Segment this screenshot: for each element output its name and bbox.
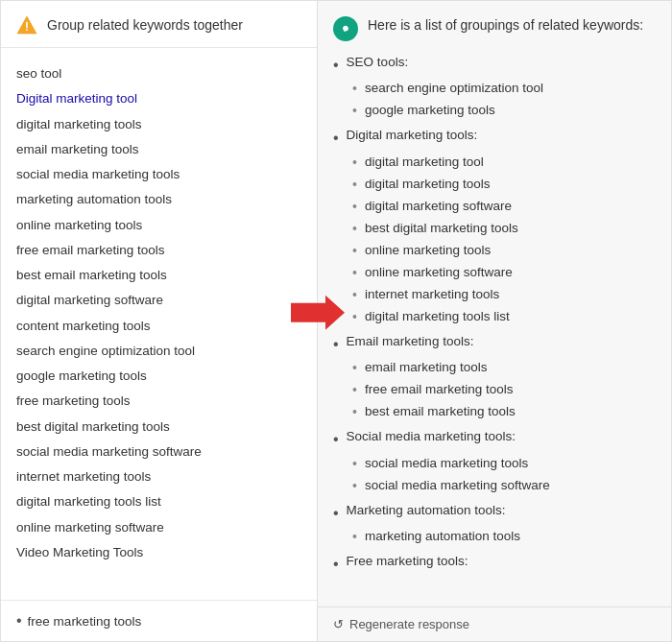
keyword-item: free marketing tools [16,389,301,414]
left-keywords-list: seo toolDigital marketing tooldigital ma… [1,48,317,600]
sub-keyword-item: online marketing software [352,262,656,284]
svg-text:!: ! [25,20,29,34]
sub-items-list: marketing automation tools [333,526,656,548]
right-content: SEO tools:search engine optimization too… [318,51,671,606]
keyword-item: google marketing tools [16,364,301,389]
regenerate-button[interactable]: Regenerate response [349,617,469,631]
right-panel: Here is a list of groupings of related k… [318,1,671,641]
group-label: Marketing automation tools: [333,503,656,524]
keyword-group: Marketing automation tools:marketing aut… [333,503,656,548]
keyword-item: free email marketing tools [16,238,301,263]
keyword-item: Video Marketing Tools [16,540,301,565]
footer-keyword-item: free marketing tools [16,610,301,631]
sub-keyword-item: search engine optimization tool [352,78,656,100]
keyword-item: best email marketing tools [16,263,301,288]
left-footer: free marketing tools [1,600,317,641]
sub-keyword-item: free email marketing tools [352,379,656,401]
sub-items-list: search engine optimization toolgoogle ma… [333,78,656,122]
keyword-group: SEO tools:search engine optimization too… [333,55,656,122]
sub-items-list: social media marketing toolssocial media… [333,453,656,497]
sub-keyword-item: marketing automation tools [352,526,656,548]
sub-keyword-item: google marketing tools [352,100,656,122]
keyword-item: marketing automation tools [16,187,301,212]
svg-marker-2 [291,295,345,329]
keyword-item: digital marketing tools list [16,489,301,514]
keyword-item: content marketing tools [16,314,301,339]
keyword-item: search engine optimization tool [16,339,301,364]
right-arrow [291,295,345,332]
left-header: ! Group related keywords together [1,1,317,48]
group-label: SEO tools: [333,55,656,76]
sub-keyword-item: internet marketing tools [352,284,656,306]
sub-keyword-item: digital marketing tools list [352,306,656,328]
keyword-group: Social media marketing tools:social medi… [333,429,656,496]
warning-icon: ! [16,14,37,36]
keyword-item: online marketing software [16,515,301,540]
keyword-group: Email marketing tools:email marketing to… [333,334,656,423]
sub-items-list: digital marketing tooldigital marketing … [333,152,656,328]
sub-keyword-item: email marketing tools [352,357,656,379]
group-label: Social media marketing tools: [333,429,656,450]
chatgpt-icon [333,16,358,41]
sub-keyword-item: best email marketing tools [352,401,656,423]
sub-keyword-item: social media marketing tools [352,453,656,475]
keyword-item[interactable]: Digital marketing tool [16,86,301,111]
sub-keyword-item: digital marketing software [352,196,656,218]
sub-keyword-item: digital marketing tools [352,174,656,196]
keyword-item: best digital marketing tools [16,415,301,440]
right-header-text: Here is a list of groupings of related k… [368,14,643,33]
right-header: Here is a list of groupings of related k… [318,1,671,51]
sub-items-list: email marketing toolsfree email marketin… [333,357,656,423]
keyword-item: internet marketing tools [16,464,301,489]
sub-keyword-item: online marketing tools [352,240,656,262]
regenerate-icon: ↺ [333,617,344,631]
group-label: Free marketing tools: [333,554,656,575]
keyword-item: social media marketing software [16,440,301,464]
sub-keyword-item: social media marketing software [352,475,656,497]
keyword-group: Free marketing tools: [333,554,656,575]
keyword-item: seo tool [16,61,301,86]
left-panel: ! Group related keywords together seo to… [1,1,318,641]
right-footer[interactable]: ↺ Regenerate response [318,606,671,641]
keyword-item: digital marketing software [16,288,301,313]
keyword-item: social media marketing tools [16,162,301,187]
sub-keyword-item: digital marketing tool [352,152,656,174]
keyword-item: online marketing tools [16,213,301,238]
left-panel-title: Group related keywords together [47,17,243,33]
keyword-group: Digital marketing tools:digital marketin… [333,128,656,327]
group-label: Email marketing tools: [333,334,656,355]
group-label: Digital marketing tools: [333,128,656,149]
keyword-item: digital marketing tools [16,112,301,137]
keyword-item: email marketing tools [16,137,301,162]
sub-keyword-item: best digital marketing tools [352,218,656,240]
